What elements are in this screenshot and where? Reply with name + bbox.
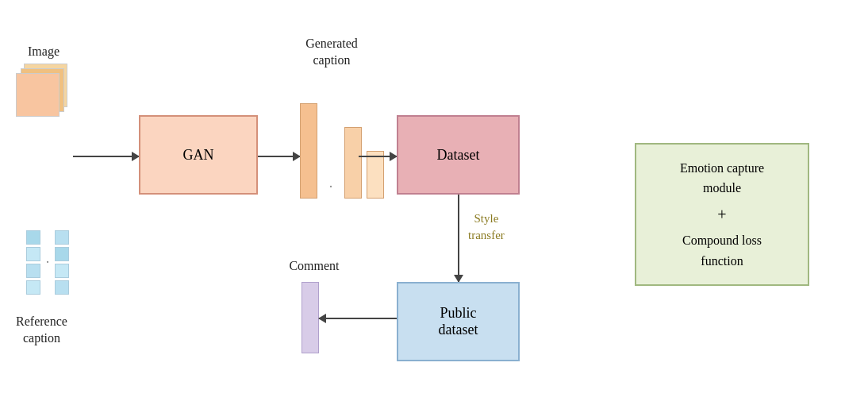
gen-cell	[300, 103, 317, 199]
public-dataset-label: Publicdataset	[439, 305, 478, 338]
image-stack	[16, 64, 71, 127]
ref-cell	[55, 280, 69, 295]
generated-caption-columns: ·	[300, 103, 384, 199]
arrow-dataset-to-public	[458, 195, 459, 282]
gen-cell	[367, 151, 384, 199]
generated-caption-label: Generatedcaption	[292, 36, 371, 69]
ref-cell	[26, 247, 40, 261]
emotion-plus: +	[680, 202, 764, 227]
gen-col-3	[367, 151, 384, 199]
diagram: Image Referencecaption · GAN Generatedca…	[0, 0, 868, 405]
gen-col-dots: ·	[322, 175, 340, 199]
ref-cell	[26, 280, 40, 295]
emotion-line1: Emotion capture	[680, 158, 764, 179]
image-label: Image	[12, 44, 75, 60]
ref-dots: ·	[46, 254, 50, 271]
gen-col-2	[344, 127, 362, 199]
arrow-gan-to-caption	[258, 156, 300, 157]
ref-col-2	[55, 230, 69, 295]
gen-cell	[344, 127, 362, 199]
ref-cell	[55, 247, 69, 261]
emotion-capture-box: Emotion capture module + Compound loss f…	[635, 143, 809, 286]
ref-cell	[26, 264, 40, 278]
reference-caption-label: Referencecaption	[4, 314, 79, 347]
arrow-public-to-comment	[319, 318, 397, 319]
style-transfer-label: Styletransfer	[468, 210, 505, 244]
arrow-caption-to-dataset	[359, 156, 397, 157]
dataset-label: Dataset	[437, 147, 480, 164]
comment-label: Comment	[282, 258, 346, 275]
arrow-image-to-gan	[73, 156, 139, 157]
ref-col-1	[26, 230, 40, 295]
ref-cell	[55, 264, 69, 278]
emotion-line2: module	[680, 178, 764, 199]
gan-label: GAN	[183, 147, 214, 164]
public-dataset-box: Publicdataset	[397, 282, 520, 361]
dataset-box: Dataset	[397, 115, 520, 195]
image-layer-3	[16, 73, 60, 117]
ref-cell	[26, 230, 40, 245]
emotion-line3: Compound loss	[680, 230, 764, 251]
gan-box: GAN	[139, 115, 258, 195]
comment-column	[301, 282, 319, 353]
reference-caption-stack: ·	[16, 214, 79, 310]
emotion-box-content: Emotion capture module + Compound loss f…	[680, 158, 764, 271]
emotion-line4: function	[680, 251, 764, 272]
ref-cell	[55, 230, 69, 245]
gen-dots: ·	[322, 175, 340, 199]
gen-col-1	[300, 103, 317, 199]
